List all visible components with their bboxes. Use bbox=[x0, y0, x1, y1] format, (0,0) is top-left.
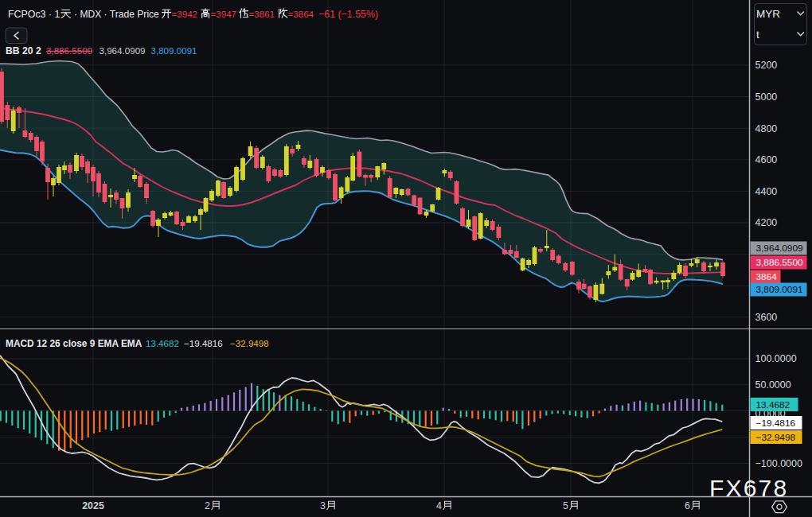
svg-text:5200: 5200 bbox=[755, 60, 778, 71]
svg-text:4600: 4600 bbox=[755, 154, 778, 165]
svg-text:BB 20 2: BB 20 2 bbox=[6, 45, 41, 56]
svg-text:FX678: FX678 bbox=[709, 475, 788, 501]
svg-text:3600: 3600 bbox=[755, 312, 778, 323]
svg-text:−32.9498: −32.9498 bbox=[230, 338, 269, 348]
svg-text:=3942: =3942 bbox=[172, 9, 198, 19]
svg-text:4800: 4800 bbox=[755, 123, 778, 134]
svg-text:3864: 3864 bbox=[756, 271, 778, 282]
svg-text:6: 6 bbox=[685, 500, 690, 511]
svg-text:3,809.0091: 3,809.0091 bbox=[151, 45, 197, 56]
svg-text:3,964.0909: 3,964.0909 bbox=[100, 45, 146, 56]
svg-text:· MDX · Trade Price: · MDX · Trade Price bbox=[74, 9, 159, 20]
svg-text:3: 3 bbox=[320, 500, 326, 511]
svg-text:3,964.0909: 3,964.0909 bbox=[756, 243, 803, 254]
svg-text:4400: 4400 bbox=[755, 186, 778, 197]
svg-text:50.0000: 50.0000 bbox=[755, 379, 791, 391]
svg-text:=3861: =3861 bbox=[249, 9, 275, 19]
svg-text:4200: 4200 bbox=[755, 217, 778, 228]
svg-text:MACD 12 26 close 9 EMA EMA: MACD 12 26 close 9 EMA EMA bbox=[6, 338, 142, 349]
svg-text:=3864: =3864 bbox=[288, 9, 314, 19]
svg-text:2: 2 bbox=[205, 500, 210, 511]
svg-text:=3947: =3947 bbox=[211, 9, 237, 19]
svg-text:100.0000: 100.0000 bbox=[755, 353, 797, 364]
svg-text:MYR: MYR bbox=[756, 8, 780, 20]
svg-text:13.4682: 13.4682 bbox=[756, 399, 791, 410]
svg-text:3,886.5500: 3,886.5500 bbox=[46, 45, 92, 56]
svg-text:3,809.0091: 3,809.0091 bbox=[756, 284, 803, 295]
svg-text:FCPOc3 · 1: FCPOc3 · 1 bbox=[8, 9, 61, 20]
svg-text:3,886.5500: 3,886.5500 bbox=[756, 257, 803, 268]
svg-text:−61 (−1.55%): −61 (−1.55%) bbox=[318, 9, 378, 20]
svg-text:−32.9498: −32.9498 bbox=[756, 432, 796, 443]
svg-text:−19.4816: −19.4816 bbox=[756, 418, 796, 429]
svg-text:4: 4 bbox=[436, 500, 442, 511]
svg-text:13.4682: 13.4682 bbox=[146, 338, 179, 348]
svg-text:5000: 5000 bbox=[755, 91, 778, 103]
svg-text:−19.4816: −19.4816 bbox=[184, 338, 223, 348]
svg-text:−100.0000: −100.0000 bbox=[755, 458, 802, 469]
svg-text:2025: 2025 bbox=[82, 500, 104, 511]
svg-text:5: 5 bbox=[563, 500, 568, 511]
svg-text:t: t bbox=[756, 29, 759, 41]
